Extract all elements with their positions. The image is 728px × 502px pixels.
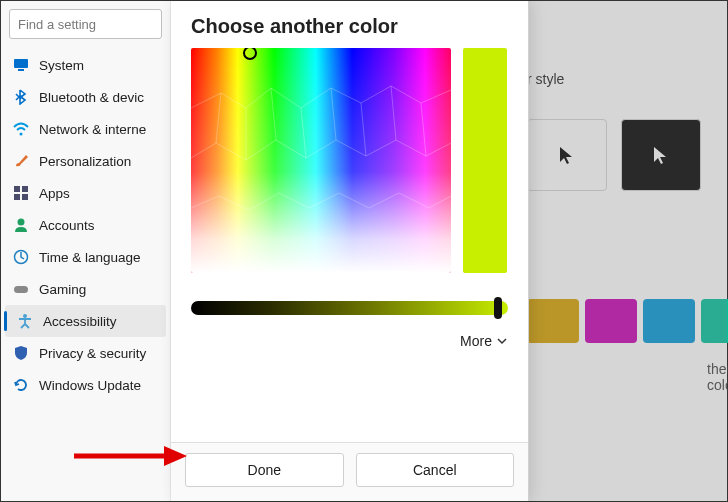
person-icon: [13, 217, 29, 233]
color-picker-dialog: Choose another color: [171, 1, 529, 501]
clock-globe-icon: [13, 249, 29, 265]
shield-icon: [13, 345, 29, 361]
search-placeholder: Find a setting: [18, 17, 96, 32]
settings-sidebar: Find a setting SystemBluetooth & devicNe…: [1, 1, 171, 501]
sidebar-item-clock-globe[interactable]: Time & language: [1, 241, 170, 273]
svg-rect-4: [22, 186, 28, 192]
value-slider-thumb[interactable]: [494, 297, 502, 319]
sidebar-item-label: Accessibility: [43, 314, 117, 329]
sidebar-item-label: Time & language: [39, 250, 141, 265]
sidebar-item-label: Privacy & security: [39, 346, 146, 361]
settings-window: Find a setting SystemBluetooth & devicNe…: [0, 0, 728, 502]
sidebar-item-wifi[interactable]: Network & interne: [1, 113, 170, 145]
grid-icon: [13, 185, 29, 201]
sidebar-item-label: Accounts: [39, 218, 95, 233]
color-picker-area: [171, 48, 528, 273]
sidebar-item-update[interactable]: Windows Update: [1, 369, 170, 401]
settings-search-input[interactable]: Find a setting: [9, 9, 162, 39]
svg-point-10: [23, 314, 27, 318]
sidebar-item-shield[interactable]: Privacy & security: [1, 337, 170, 369]
svg-rect-9: [14, 286, 28, 293]
dialog-footer: Done Cancel: [171, 442, 528, 501]
gamepad-icon: [13, 281, 29, 297]
dialog-title: Choose another color: [171, 1, 528, 48]
sidebar-item-grid[interactable]: Apps: [1, 177, 170, 209]
svg-rect-5: [14, 194, 20, 200]
sidebar-item-label: Bluetooth & devic: [39, 90, 144, 105]
sidebar-item-person[interactable]: Accounts: [1, 209, 170, 241]
sidebar-item-label: Network & interne: [39, 122, 146, 137]
bluetooth-icon: [13, 89, 29, 105]
svg-rect-0: [14, 59, 28, 68]
svg-rect-12: [191, 48, 451, 273]
sidebar-item-gamepad[interactable]: Gaming: [1, 273, 170, 305]
value-slider[interactable]: [191, 301, 508, 315]
color-preview-strip: [463, 48, 507, 273]
more-toggle[interactable]: More: [171, 333, 508, 349]
sidebar-item-label: Personalization: [39, 154, 131, 169]
cancel-button[interactable]: Cancel: [356, 453, 515, 487]
done-button[interactable]: Done: [185, 453, 344, 487]
brush-icon: [13, 153, 29, 169]
svg-rect-6: [22, 194, 28, 200]
nav-list: SystemBluetooth & devicNetwork & interne…: [1, 49, 170, 401]
sidebar-item-accessibility[interactable]: Accessibility: [5, 305, 166, 337]
sidebar-item-label: System: [39, 58, 84, 73]
svg-rect-3: [14, 186, 20, 192]
svg-point-2: [20, 133, 23, 136]
sidebar-item-brush[interactable]: Personalization: [1, 145, 170, 177]
update-icon: [13, 377, 29, 393]
svg-point-7: [18, 219, 25, 226]
monitor-icon: [13, 57, 29, 73]
chevron-down-icon: [496, 335, 508, 347]
wifi-icon: [13, 121, 29, 137]
sidebar-item-label: Gaming: [39, 282, 86, 297]
sidebar-item-bluetooth[interactable]: Bluetooth & devic: [1, 81, 170, 113]
accessibility-icon: [17, 313, 33, 329]
more-label: More: [460, 333, 492, 349]
hue-saturation-field[interactable]: [191, 48, 451, 273]
sidebar-item-monitor[interactable]: System: [1, 49, 170, 81]
sidebar-item-label: Apps: [39, 186, 70, 201]
sidebar-item-label: Windows Update: [39, 378, 141, 393]
svg-rect-1: [18, 69, 24, 71]
